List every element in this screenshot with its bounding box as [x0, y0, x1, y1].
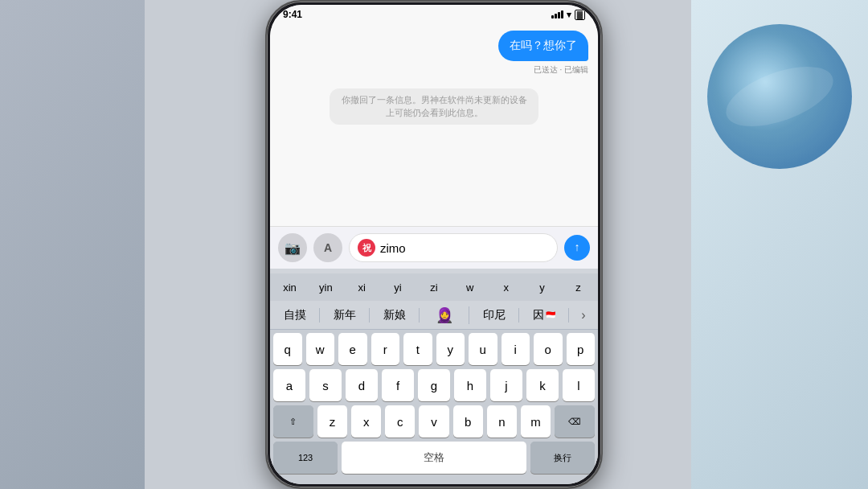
key-t[interactable]: t	[403, 333, 432, 365]
key-row-3: ⇧ z x c v b n m ⌫	[273, 405, 595, 438]
key-j[interactable]: j	[490, 369, 522, 401]
pinyin-zi[interactable]: zi	[423, 280, 445, 295]
background-right	[691, 0, 868, 489]
key-y[interactable]: y	[436, 333, 465, 365]
appstore-icon: A	[324, 241, 332, 254]
status-bar: 9:41 ▾ ▓	[270, 5, 598, 24]
suggestions-row: 自摸 新年 新娘 🧕 印尼 因 🇮🇩 ›	[270, 301, 598, 330]
globe-decoration	[707, 24, 852, 169]
phone-frame: 9:41 ▾ ▓ 在吗？想你了 已送达 · 已编辑 你撤回了一条信息。男神在软件…	[265, 0, 603, 489]
send-icon: ↑	[575, 240, 580, 253]
send-button[interactable]: ↑	[564, 235, 590, 261]
key-n[interactable]: n	[487, 405, 517, 438]
pinyin-row: xin yin xi yi zi w x y z	[270, 273, 598, 301]
key-shift[interactable]: ⇧	[273, 405, 313, 438]
pinyin-xi[interactable]: xi	[350, 280, 373, 295]
key-x[interactable]: x	[351, 405, 381, 438]
pinyin-y[interactable]: y	[531, 280, 554, 295]
key-p[interactable]: p	[567, 333, 596, 365]
key-s[interactable]: s	[309, 369, 342, 401]
key-o[interactable]: o	[534, 333, 563, 365]
key-m[interactable]: m	[521, 405, 551, 438]
pinyin-yin[interactable]: yin	[314, 280, 337, 295]
key-space[interactable]: 空格	[342, 442, 526, 474]
key-w[interactable]: w	[306, 333, 335, 365]
input-bar: 📷 A 祝 zimo ↑	[270, 226, 598, 269]
zhu-badge: 祝	[358, 239, 375, 257]
key-q[interactable]: q	[273, 333, 302, 365]
keys-area: q w e r t y u i o p a s	[270, 330, 598, 484]
key-row-1: q w e r t y u i o p	[273, 333, 595, 365]
key-c[interactable]: c	[385, 405, 415, 438]
suggestion-yin-char[interactable]: 因 🇮🇩	[519, 308, 569, 323]
signal-icon	[551, 10, 563, 18]
suggestion-zimo[interactable]: 自摸	[270, 308, 320, 323]
key-u[interactable]: u	[469, 333, 497, 365]
key-r[interactable]: r	[371, 333, 400, 365]
text-input-wrapper[interactable]: 祝 zimo	[349, 233, 558, 262]
suggestions-chevron[interactable]: ›	[569, 308, 598, 323]
key-row-4: 123 空格 换行	[273, 442, 595, 474]
pinyin-yi[interactable]: yi	[387, 280, 409, 295]
key-k[interactable]: k	[526, 369, 559, 401]
suggestion-yini[interactable]: 印尼	[469, 308, 519, 323]
key-h[interactable]: h	[454, 369, 486, 401]
key-row-2: a s d f g h j k l	[273, 369, 595, 401]
key-a[interactable]: a	[273, 369, 305, 401]
key-e[interactable]: e	[338, 333, 367, 365]
key-d[interactable]: d	[346, 369, 378, 401]
pinyin-w[interactable]: w	[459, 280, 481, 295]
battery-icon: ▓	[575, 10, 585, 20]
background-left	[0, 0, 145, 489]
key-b[interactable]: b	[453, 405, 483, 438]
messages-area: 在吗？想你了 已送达 · 已编辑 你撤回了一条信息。男神在软件尚未更新的设备上可…	[270, 24, 598, 226]
key-i[interactable]: i	[502, 333, 530, 365]
camera-icon: 📷	[285, 240, 301, 256]
delivered-label: 已送达 · 已编辑	[534, 64, 588, 76]
key-delete[interactable]: ⌫	[555, 405, 595, 438]
key-v[interactable]: v	[419, 405, 448, 438]
key-z[interactable]: z	[317, 405, 347, 438]
key-numbers[interactable]: 123	[273, 442, 338, 474]
chevron-down-icon: ›	[581, 308, 585, 323]
phone-screen: 9:41 ▾ ▓ 在吗？想你了 已送达 · 已编辑 你撤回了一条信息。男神在软件…	[270, 5, 598, 484]
key-f[interactable]: f	[382, 369, 414, 401]
suggestion-emoji[interactable]: 🧕	[420, 306, 469, 324]
key-return[interactable]: 换行	[530, 442, 595, 474]
keyboard: xin yin xi yi zi w x y z 自摸 新年 新娘 🧕 印尼	[270, 269, 598, 484]
pinyin-xin[interactable]: xin	[278, 280, 301, 295]
suggestion-xinnian[interactable]: 新年	[320, 308, 370, 323]
input-text[interactable]: zimo	[380, 241, 549, 255]
status-icons: ▾ ▓	[551, 10, 585, 20]
key-g[interactable]: g	[418, 369, 450, 401]
sent-bubble: 在吗？想你了	[498, 31, 588, 61]
camera-button[interactable]: 📷	[278, 233, 307, 262]
appstore-button[interactable]: A	[313, 233, 342, 262]
recall-notice: 你撤回了一条信息。男神在软件尚未更新的设备上可能仍会看到此信息。	[330, 88, 538, 125]
pinyin-x[interactable]: x	[495, 280, 518, 295]
pinyin-z[interactable]: z	[567, 280, 589, 295]
status-time: 9:41	[283, 9, 302, 20]
wifi-icon: ▾	[567, 10, 571, 20]
suggestion-xinniang[interactable]: 新娘	[370, 308, 420, 323]
key-l[interactable]: l	[563, 369, 595, 401]
scene: 9:41 ▾ ▓ 在吗？想你了 已送达 · 已编辑 你撤回了一条信息。男神在软件…	[0, 0, 868, 489]
